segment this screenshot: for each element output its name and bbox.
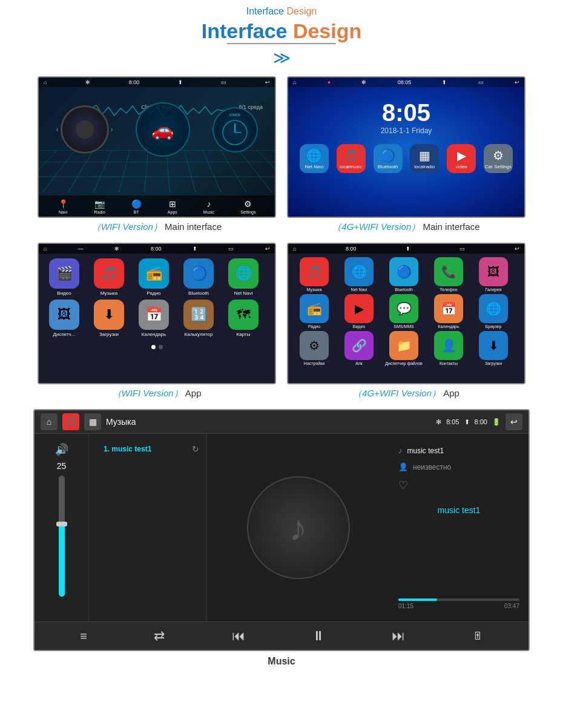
wa-dash: — xyxy=(78,246,84,252)
nav-bt[interactable]: 🔵 BT xyxy=(131,199,142,214)
volume-slider[interactable] xyxy=(59,476,65,597)
info-panel: ♪ music test1 👤 неизвестно ♡ music test1 xyxy=(389,434,528,621)
4g-app-version: （4G+WIFI Version） xyxy=(353,388,441,398)
next-button[interactable]: ⏭ xyxy=(392,628,405,644)
4g-gallery-icon: 🖼 xyxy=(479,257,508,286)
header-time: 8:00 xyxy=(129,79,140,85)
app-video-tile[interactable]: 🎬 Видео xyxy=(44,258,85,296)
4g-settings-tile[interactable]: ⚙ Настройки xyxy=(293,331,335,366)
4g-video-tile[interactable]: ▶ Видео xyxy=(338,294,380,329)
music-header-right: ✻ 8:05 ⬆ 8:00 🔋 ↩ xyxy=(436,413,522,430)
wa-time: 8:00 xyxy=(151,246,162,252)
car-icon: 🚗 xyxy=(151,119,174,140)
app-dispatcher-tile[interactable]: 🖼 Диспетч... xyxy=(44,300,85,337)
4ga-home: ⌂ xyxy=(293,246,296,252)
4g-filemanager-tile[interactable]: 📁 Диспетчер файлов xyxy=(383,331,425,366)
apps-label: Apps xyxy=(168,210,177,214)
4g-netnavi-tile[interactable]: 🌐 Net Navi xyxy=(338,257,380,292)
4g-app-header: ⌂ 8:00 ⬆ ▭ ↩ xyxy=(288,244,524,254)
app-net-navi[interactable]: 🌐 Net Navi xyxy=(300,144,329,173)
music-main-area: 🔊 25 1. music test1 ↻ xyxy=(35,434,528,621)
double-chevron-icon: ≫ xyxy=(273,48,291,68)
playlist-title: music test1 xyxy=(111,445,151,453)
4g-settings-label: Настройки xyxy=(304,361,324,366)
radio-tile-icon: 📻 xyxy=(139,258,169,289)
app-bluetooth[interactable]: 🔵 Bluetooth xyxy=(374,144,403,173)
4g-browser-tile[interactable]: 🌐 Браузер xyxy=(472,294,515,329)
heart-row: ♡ xyxy=(398,479,519,492)
4g-sms-icon: 💬 xyxy=(389,294,418,323)
nav-settings[interactable]: ⚙ Settings xyxy=(240,199,255,214)
4g-browser-label: Браузер xyxy=(486,324,502,329)
4g-app-frame: ⌂ 8:00 ⬆ ▭ ↩ 🎵 Музыка 🌐 Net Navi xyxy=(287,243,525,384)
bt-tile-label: Bluetooth xyxy=(188,290,209,296)
play-pause-button[interactable]: ⏸ xyxy=(312,628,325,644)
app-bt-tile[interactable]: 🔵 Bluetooth xyxy=(178,258,219,296)
car-circle: 🚗 xyxy=(136,102,190,157)
wifi-main-frame: ⌂ ✻ 8:00 ⬆ ▭ ↩ Click To Play 8/1 среда xyxy=(38,76,276,218)
video-label: video xyxy=(456,164,467,169)
app-localmusic[interactable]: 🎵 localmusic xyxy=(337,144,366,173)
app-localradio[interactable]: ▦ localradio xyxy=(410,144,439,173)
wifi-app-block: ⌂ — ✻ 8:00 ⬆ ▭ ↩ 🎬 Видео 🎵 Музыка xyxy=(38,243,276,399)
app-video[interactable]: ▶ video xyxy=(447,144,476,173)
apps-icon: ⊞ xyxy=(169,199,176,209)
app-radio-tile[interactable]: 📻 Радио xyxy=(133,258,174,296)
4g-apk-label: Апк xyxy=(355,361,363,366)
progress-area: 01:15 03:47 xyxy=(398,598,519,609)
4g-downloads-tile[interactable]: ⬇ Загрузки xyxy=(472,331,515,366)
bt-label: BT xyxy=(134,210,139,214)
4g-bt-tile[interactable]: 🔵 Bluetooth xyxy=(383,257,425,292)
wifi-bottom-bar: 📍 Navi 📷 Radio 🔵 BT ⊞ Apps xyxy=(39,195,275,217)
4ga-back: ↩ xyxy=(515,246,519,252)
music-back-icon[interactable]: ↩ xyxy=(505,413,522,430)
4g-settings-icon: ⚙ xyxy=(300,331,329,360)
4g-phone-tile[interactable]: 📞 Телефон xyxy=(427,257,470,292)
volume-icon: 🔊 xyxy=(55,443,68,456)
nav-navi[interactable]: 📍 Navi xyxy=(58,199,68,214)
4g-calendar-tile[interactable]: 📅 Календарь xyxy=(427,294,470,329)
progress-bar[interactable] xyxy=(398,598,519,601)
repeat-icon[interactable]: ↻ xyxy=(192,444,199,454)
nav-music[interactable]: ♪ Music xyxy=(203,199,214,214)
wifi-main-screen: ⌂ ✻ 8:00 ⬆ ▭ ↩ Click To Play 8/1 среда xyxy=(39,77,275,217)
4g-app-caption-text: App xyxy=(441,388,459,398)
shuffle-button[interactable]: ⇄ xyxy=(154,628,165,644)
playlist-number: 1. xyxy=(104,445,111,453)
4g-radio-tile[interactable]: 📻 Радио xyxy=(293,294,335,329)
dot-inactive xyxy=(159,345,163,349)
app-calendar-tile[interactable]: 📅 Календарь xyxy=(133,300,174,337)
title-design-text: Design xyxy=(293,19,361,42)
4g-netnavi-label: Net Navi xyxy=(351,287,367,292)
playlist-toggle-button[interactable]: ≡ xyxy=(80,629,87,643)
4g-music-tile[interactable]: 🎵 Музыка xyxy=(293,257,335,292)
music-note-icon: ♪ xyxy=(289,507,308,549)
app-maps-tile[interactable]: 🗺 Карты xyxy=(223,300,264,337)
app-music-tile[interactable]: 🎵 Музыка xyxy=(88,258,130,296)
video-icon: ▶ xyxy=(457,148,466,163)
artist-icon: 👤 xyxy=(398,462,408,471)
nav-radio[interactable]: 📷 Radio xyxy=(94,199,105,214)
equalizer-button[interactable]: 🎚 xyxy=(472,630,483,643)
4g-contacts-tile[interactable]: 👤 Контакты xyxy=(427,331,470,366)
4g-main-screen: ⌂ ● ✻ 08:05 ⬆ ▭ ↩ 8:05 2018-1-1 Friday 🌐… xyxy=(288,77,524,217)
4g-sms-tile[interactable]: 💬 SMS/MMS xyxy=(383,294,425,329)
4g-gallery-tile[interactable]: 🖼 Галерея xyxy=(472,257,515,292)
prev-button[interactable]: ⏮ xyxy=(232,628,245,644)
app-download-tile[interactable]: ⬇ Загрузки xyxy=(88,300,130,337)
4g-music-icon: 🎵 xyxy=(300,257,329,286)
netnavi-tile-icon: 🌐 xyxy=(228,258,258,289)
wa-bt: ✻ xyxy=(114,246,119,252)
nav-apps[interactable]: ⊞ Apps xyxy=(168,199,177,214)
wifi-app-screen: ⌂ — ✻ 8:00 ⬆ ▭ ↩ 🎬 Видео 🎵 Музыка xyxy=(39,244,275,383)
app-calc-tile[interactable]: 🔢 Калькулятор xyxy=(178,300,219,337)
playlist-item-1[interactable]: 1. music test1 xyxy=(96,441,159,457)
progress-current: 01:15 xyxy=(398,603,413,609)
app-car-settings[interactable]: ⚙ Car Settings xyxy=(484,144,513,173)
4g-sms-label: SMS/MMS xyxy=(393,324,413,329)
heart-icon[interactable]: ♡ xyxy=(398,479,408,491)
4ga-sq: ▭ xyxy=(459,246,465,252)
app-netnavi-tile[interactable]: 🌐 Net Navi xyxy=(223,258,264,296)
4g-apk-tile[interactable]: 🔗 Апк xyxy=(338,331,380,366)
music-header-time: 8:05 xyxy=(446,418,459,425)
